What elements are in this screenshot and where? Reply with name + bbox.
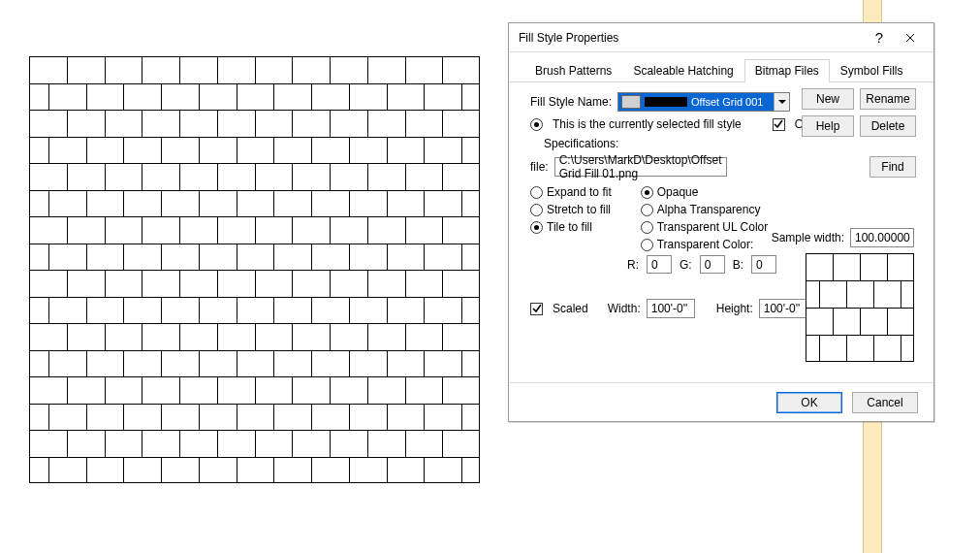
cancel-button[interactable]: Cancel [852,392,918,413]
canvas-fill-preview: // pattern injected right here so it's p… [29,56,480,483]
height-label: Height: [716,302,753,315]
currently-selected-label: This is the currently selected fill styl… [553,117,742,131]
help-icon[interactable]: ? [864,26,895,49]
tile-to-fill-label: Tile to fill [547,220,592,234]
fill-style-properties-dialog: Fill Style Properties ? Brush Patterns S… [508,22,934,422]
dialog-body: New Rename Help Delete Fill Style Name: … [509,82,933,382]
stretch-to-fill-label: Stretch to fill [547,203,611,216]
specifications-label: Specifications: [544,137,916,150]
find-button[interactable]: Find [869,156,916,178]
dialog-footer: OK Cancel [509,382,933,421]
tab-scaleable-hatching[interactable]: Scaleable Hatching [622,59,743,82]
action-button-column: New Rename Help Delete [802,88,916,137]
opaque-radio[interactable] [641,186,653,199]
transparent-ul-label: Transparent UL Color [657,220,769,234]
ok-button[interactable]: OK [776,392,842,413]
transparency-options: Opaque Alpha Transparency Transparent UL… [641,185,769,251]
help-button[interactable]: Help [802,115,854,137]
fill-thumbnail-icon [621,95,641,109]
transparent-color-label: Transparent Color: [657,238,754,251]
stretch-to-fill-radio[interactable] [530,204,543,216]
file-label: file: [530,160,549,174]
sample-width-label: Sample width: [772,231,844,244]
alpha-transparency-label: Alpha Transparency [657,203,761,216]
b-label: B: [733,258,743,272]
transparent-ul-radio[interactable] [641,221,653,234]
titlebar: Fill Style Properties ? [509,23,933,52]
tab-bitmap-files[interactable]: Bitmap Files [744,59,830,82]
tabstrip: Brush Patterns Scaleable Hatching Bitmap… [509,52,933,82]
outlined-checkbox[interactable] [773,118,785,131]
currently-selected-radio[interactable] [530,118,543,131]
sample-width-input[interactable]: 100.00000 [850,228,914,247]
expand-to-fit-radio[interactable] [530,186,543,199]
window-title: Fill Style Properties [519,31,864,45]
scaled-label: Scaled [553,302,588,315]
tile-to-fill-radio[interactable] [530,221,543,234]
g-label: G: [680,258,692,272]
new-button[interactable]: New [802,88,854,110]
opaque-label: Opaque [657,185,699,199]
g-input[interactable]: 0 [700,255,725,274]
width-input[interactable]: 100'-0'' [647,299,695,318]
fill-style-name-combo[interactable]: Offset Grid 001 [617,92,790,112]
fill-swatch-icon [645,97,687,107]
expand-to-fit-label: Expand to fit [547,185,612,199]
fit-options: Expand to fit Stretch to fill Tile to fi… [530,185,612,251]
file-path-input[interactable]: C:\Users\MarkD\Desktop\Offset Grid Fill … [554,157,727,177]
r-input[interactable]: 0 [647,255,672,274]
tab-symbol-fills[interactable]: Symbol Fills [830,59,914,82]
delete-button[interactable]: Delete [860,115,916,137]
close-icon[interactable] [895,26,926,49]
sample-preview [806,253,914,362]
alpha-transparency-radio[interactable] [641,204,653,216]
fill-style-name-label: Fill Style Name: [530,95,612,109]
width-label: Width: [608,302,641,315]
rename-button[interactable]: Rename [860,88,916,110]
scaled-checkbox[interactable] [530,303,543,315]
height-input[interactable]: 100'-0'' [759,299,807,318]
chevron-down-icon[interactable] [774,93,789,111]
b-input[interactable]: 0 [751,255,776,274]
fill-style-name-value: Offset Grid 001 [691,96,763,108]
transparent-color-radio[interactable] [641,239,653,251]
r-label: R: [627,258,639,272]
tab-brush-patterns[interactable]: Brush Patterns [524,59,622,82]
